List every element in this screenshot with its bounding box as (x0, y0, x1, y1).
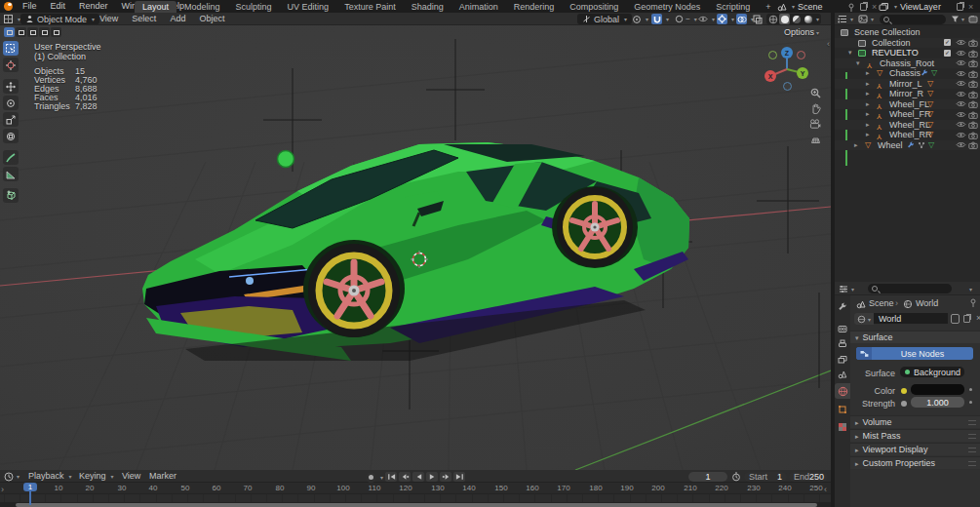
tool-select-box[interactable] (3, 41, 19, 56)
shading-rendered-icon[interactable] (803, 14, 813, 24)
snap-settings-dropdown[interactable]: ▾ (666, 16, 669, 22)
prev-keyframe-button[interactable] (399, 472, 411, 482)
shading-material-icon[interactable] (791, 14, 802, 24)
select-mode-intersect[interactable] (51, 27, 61, 37)
expand-arrow-icon[interactable]: ▸ (866, 130, 870, 140)
select-mode-subtract[interactable] (27, 27, 38, 37)
disable-render-camera-icon[interactable] (968, 91, 978, 98)
xray-toggle-icon[interactable] (753, 15, 763, 24)
current-frame-field[interactable]: 1 (688, 472, 727, 482)
add-workspace-button[interactable]: + (758, 1, 778, 13)
jump-to-start-button[interactable] (385, 472, 397, 482)
properties-search-input[interactable] (868, 284, 952, 293)
next-keyframe-button[interactable] (440, 472, 451, 482)
workspace-tab-uvediting[interactable]: UV Editing (280, 1, 337, 13)
world-color-swatch[interactable] (911, 384, 964, 395)
outliner-row-wheel-fr[interactable]: ▸ Y Wheel_FR ▽ (835, 109, 980, 120)
timeline-menu-keying[interactable]: Keying▾ (76, 470, 114, 483)
copy-icon[interactable] (860, 3, 867, 11)
workspace-tab-animation[interactable]: Animation (451, 1, 506, 13)
tool-cursor[interactable] (3, 58, 19, 72)
tool-move[interactable] (3, 79, 19, 94)
exclude-checkbox[interactable]: ✓ (944, 50, 951, 57)
snap-magnet-icon[interactable] (651, 14, 662, 24)
tab-output[interactable] (835, 336, 850, 352)
outliner-row-wheel-fl[interactable]: ▸ Y Wheel_FL ▽ (835, 99, 980, 110)
mesh-data-icon[interactable]: ▽ (928, 140, 934, 151)
close-icon[interactable]: × (968, 2, 973, 12)
viewport-3d-scene[interactable] (0, 25, 831, 470)
disable-render-camera-icon[interactable] (968, 111, 978, 119)
hide-eye-icon[interactable] (956, 80, 966, 87)
tool-rotate[interactable] (3, 96, 19, 110)
outliner-row-scene-collection[interactable]: Scene Collection (835, 27, 980, 38)
shading-dropdown[interactable]: ▾ (816, 16, 819, 22)
expand-arrow-icon[interactable]: ▾ (856, 58, 860, 69)
exclude-checkbox[interactable]: ✓ (944, 39, 951, 46)
timeline-scrollbar-thumb[interactable] (16, 503, 817, 507)
viewport-3d[interactable]: User Perspective (1) Collection Objects1… (0, 25, 831, 470)
copy-icon[interactable] (963, 315, 970, 323)
timeline-track[interactable] (0, 493, 831, 502)
copy-icon[interactable] (957, 3, 963, 11)
tab-object[interactable] (835, 402, 850, 417)
viewport-display-panel-header[interactable]: ▸Viewport Display (850, 443, 980, 455)
outliner-row-chassis-root[interactable]: ▾ Y Chassis_Root (835, 58, 980, 69)
hide-eye-icon[interactable] (956, 100, 966, 107)
editor-divider[interactable] (831, 13, 835, 507)
outliner-row-wheel-rl[interactable]: ▸ Y Wheel_RL ▽ (835, 120, 980, 131)
unlink-close-icon[interactable]: × (976, 313, 980, 323)
strength-slider[interactable]: 1.000 (911, 397, 964, 408)
playhead-line[interactable] (29, 491, 31, 505)
outliner-search-input[interactable] (880, 15, 946, 24)
hide-eye-icon[interactable] (956, 141, 966, 148)
outliner-row-wheel[interactable]: ▸ ▽ Wheel ▽ (835, 140, 980, 151)
transform-orientation-dropdown[interactable]: Global▾ (577, 14, 632, 24)
close-icon[interactable]: × (872, 2, 877, 12)
play-reverse-button[interactable] (412, 472, 424, 482)
stopwatch-icon[interactable] (731, 472, 741, 482)
play-button[interactable] (426, 472, 438, 482)
modifier-wrench-icon[interactable] (921, 69, 928, 77)
workspace-tab-layout[interactable]: Layout (135, 1, 176, 13)
pivot-point-icon[interactable] (632, 15, 642, 24)
breadcrumb-world[interactable]: World (916, 298, 938, 308)
timeline-menu-view[interactable]: View (119, 470, 143, 483)
expand-arrow-icon[interactable]: ▸ (866, 79, 870, 90)
hide-eye-icon[interactable] (956, 59, 966, 66)
hide-eye-icon[interactable] (956, 50, 966, 57)
mesh-data-icon[interactable]: ▽ (931, 68, 937, 79)
select-mode-invert[interactable] (39, 27, 50, 37)
outliner-row-chassis[interactable]: ▸ ▽ Chassis ▽ (835, 68, 980, 79)
workspace-tab-rendering[interactable]: Rendering (506, 1, 563, 13)
falloff-curve-icon[interactable]: ~ (686, 15, 690, 23)
toggle-orthographic-icon[interactable] (807, 133, 823, 146)
fake-user-shield-icon[interactable] (951, 314, 960, 324)
outliner-row-collection[interactable]: Collection ✓ (835, 38, 980, 49)
gizmos-toggle-icon[interactable] (717, 14, 727, 24)
hide-eye-icon[interactable] (956, 121, 966, 128)
outliner-display-mode-icon[interactable] (838, 15, 847, 23)
hide-eye-icon[interactable] (956, 111, 966, 118)
disable-render-camera-icon[interactable] (968, 141, 978, 149)
select-mode-extend[interactable] (16, 27, 26, 37)
workspace-tab-texturepaint[interactable]: Texture Paint (336, 1, 404, 13)
mode-dropdown[interactable]: Object Mode▾ (20, 14, 99, 24)
pan-hand-icon[interactable] (807, 101, 823, 115)
viewport-menu-select[interactable]: Select (125, 13, 163, 25)
menu-edit[interactable]: Edit (44, 0, 73, 13)
axis-x-ball[interactable]: X (764, 70, 776, 82)
surface-shader-field[interactable]: Background (900, 367, 964, 377)
shading-solid-icon[interactable] (779, 14, 790, 24)
outliner-row-wheel-rr[interactable]: ▸ Y Wheel_RR ▽ (835, 130, 980, 140)
pin-icon[interactable] (969, 298, 977, 307)
viewport-menu-view[interactable]: View (93, 13, 125, 25)
sidebar-collapse-arrow[interactable]: ‹ (827, 39, 830, 49)
properties-options-dropdown[interactable]: ▾ (969, 286, 972, 292)
breadcrumb-scene[interactable]: Scene (869, 298, 894, 308)
outliner-row-mirror-r[interactable]: ▸ Y Mirror_R ▽ (835, 89, 980, 99)
menu-render[interactable]: Render (72, 0, 115, 13)
expand-arrow-icon[interactable]: ▸ (854, 140, 858, 151)
new-collection-button[interactable] (968, 15, 978, 23)
hide-eye-icon[interactable] (956, 91, 966, 98)
